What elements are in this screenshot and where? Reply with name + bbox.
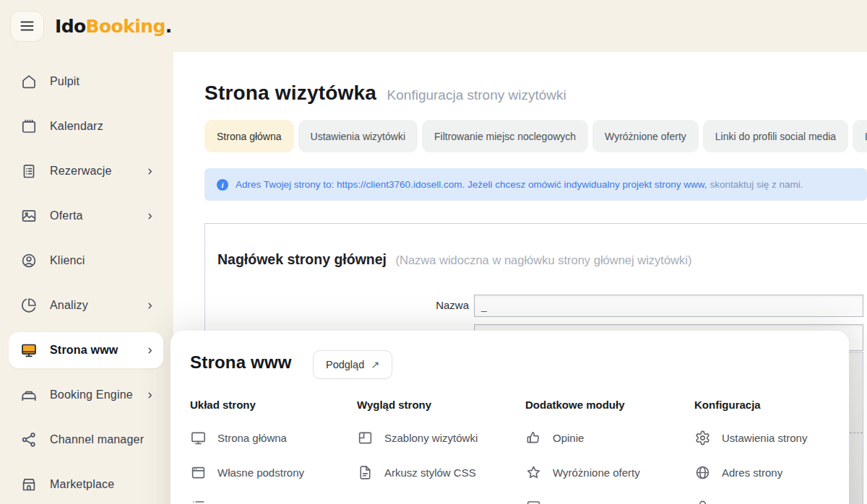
sidebar-label: Kalendarz [50,120,103,133]
star-icon [525,464,542,481]
flyout-item-label: Arkusz stylów CSS [384,466,476,479]
banner-contact-link[interactable]: skontaktuj się z nami. [710,179,803,190]
chevron-right-icon [145,301,155,310]
banner-text: Adres Twojej strony to: https://client37… [236,179,707,190]
banner-icon [525,499,542,504]
sidebar-item-analizy[interactable]: Analizy [9,287,163,323]
section-hint: (Nazwa widoczna w nagłówku strony główne… [396,253,692,266]
sidebar-label: Marketplace [50,478,114,491]
tab-linki-social-media[interactable]: Linki do profili social media [703,120,848,152]
chevron-right-icon [145,391,155,400]
flyout-item-strona-glowna[interactable]: Strona główna [190,430,353,446]
thumbs-up-icon [525,430,542,446]
store-icon [20,476,38,493]
css-file-icon [357,464,374,481]
flyout-item-label: Adres strony [722,466,782,479]
strona-www-flyout: Strona www Podgląd ↗ Układ strony Strona… [171,331,849,504]
flyout-column-konfiguracja: Konfiguracja Ustawienia strony Adres str… [694,399,857,504]
hamburger-menu-button[interactable] [10,11,44,42]
idobooking-logo[interactable]: IdoBooking. [55,16,172,37]
flyout-item-wlasne-podstrony[interactable]: Własne podstrony [190,464,353,481]
sidebar-item-booking-engine[interactable]: Booking Engine [9,377,163,413]
arrow-up-right-icon: ↗ [371,359,379,370]
column-header: Wygląd strony [357,399,519,411]
user-circle-icon [20,252,38,269]
preview-button-label: Podgląd [326,359,364,370]
flyout-column-wyglad-strony: Wygląd strony Szablony wizytówki Arkusz … [357,399,519,499]
sidebar-item-rezerwacje[interactable]: Rezerwacje [9,153,163,189]
flyout-item-adres-strony[interactable]: Adres strony [694,464,857,481]
topbar: IdoBooking. [0,0,867,52]
monitor-icon [190,430,207,446]
name-input[interactable]: _ [474,295,863,317]
browser-window-icon [190,464,207,481]
chevron-right-icon [145,167,155,176]
flyout-item-partial[interactable] [525,499,688,504]
flyout-item-label: Strona główna [217,432,287,444]
hamburger-icon [20,21,34,31]
preview-button[interactable]: Podgląd ↗ [313,350,392,379]
sidebar-item-marketplace[interactable]: Marketplace [9,466,163,503]
chevron-right-icon [145,346,155,355]
sidebar-label: Oferta [50,209,83,222]
bed-icon [20,386,38,404]
tab-ustawienia-wizytowki[interactable]: Ustawienia wizytówki [298,120,418,152]
flyout-item-wyroznione-oferty[interactable]: Wyróżnione oferty [525,464,688,481]
page-subtitle: Konfiguracja strony wizytówki [387,87,566,103]
section-title: Nagłówek strony głównej [217,251,387,267]
lock-icon [694,499,711,504]
sidebar-item-strona-www[interactable]: Strona www [9,332,163,368]
sidebar-item-klienci[interactable]: Klienci [9,243,163,279]
sidebar-item-oferta[interactable]: Oferta [9,198,163,234]
globe-icon [694,464,711,481]
pie-chart-icon [20,297,38,314]
name-field-label: Nazwa [382,299,469,311]
sidebar-label: Analizy [50,299,88,312]
flyout-item-label: Własne podstrony [217,466,304,479]
logo-part-dot: . [165,16,172,37]
flyout-item-partial[interactable] [694,499,857,504]
gear-icon [694,430,711,446]
sidebar-item-pulpit[interactable]: Pulpit [9,64,163,100]
share-network-icon [20,431,38,448]
calendar-icon [20,118,38,135]
clipboard-icon [20,162,38,180]
flyout-item-label: Szablony wizytówki [384,432,478,444]
flyout-column-uklad-strony: Układ strony Strona główna Własne podstr… [190,399,353,504]
chevron-right-icon [145,212,155,221]
flyout-item-partial[interactable] [190,499,353,504]
list-icon [190,499,207,504]
flyout-item-label: Opinie [553,432,584,444]
sidebar-label: Strona www [50,344,118,357]
logo-part-booking: Booking [86,16,165,37]
image-icon [20,207,38,225]
flyout-item-arkusz-stylow-css[interactable]: Arkusz stylów CSS [357,464,519,481]
flyout-column-dodatkowe-moduly: Dodatkowe moduły Opinie Wyróżnione ofert… [525,399,688,504]
info-icon: i [217,179,228,191]
column-header: Dodatkowe moduły [525,399,688,411]
tab-strona-glowna[interactable]: Strona główna [204,120,294,152]
flyout-item-opinie[interactable]: Opinie [525,430,688,446]
column-header: Układ strony [190,399,353,411]
page-title: Strona wizytówka [204,82,376,104]
section-heading: Nagłówek strony głównej (Nazwa widoczna … [217,251,691,268]
flyout-item-szablony-wizytowki[interactable]: Szablony wizytówki [357,430,519,446]
page-title-row: Strona wizytówka Konfiguracja strony wiz… [204,82,566,105]
sidebar-label: Rezerwacje [50,165,112,178]
tab-wyroznione-oferty[interactable]: Wyróżnione oferty [592,120,699,152]
main-content: Strona wizytówka Konfiguracja strony wiz… [173,52,867,504]
tab-logo[interactable]: Log [853,120,867,152]
sidebar-label: Channel manager [50,433,144,446]
info-banner: i Adres Twojej strony to: https://client… [204,168,867,201]
flyout-item-label: Ustawienia strony [722,432,807,444]
column-header: Konfiguracja [694,399,857,411]
home-icon [20,73,38,90]
tab-bar: Strona główna Ustawienia wizytówki Filtr… [204,120,867,152]
sidebar-item-channel-manager[interactable]: Channel manager [9,422,163,458]
tab-filtrowanie-miejsc[interactable]: Filtrowanie miejsc noclegowych [422,120,588,152]
logo-part-ido: Ido [55,16,86,37]
sidebar: Pulpit Kalendarz Rezerwacje Oferta Klien… [0,52,173,504]
flyout-item-label: Wyróżnione oferty [553,466,640,479]
flyout-item-ustawienia-strony[interactable]: Ustawienia strony [694,430,857,446]
sidebar-item-kalendarz[interactable]: Kalendarz [9,108,163,144]
